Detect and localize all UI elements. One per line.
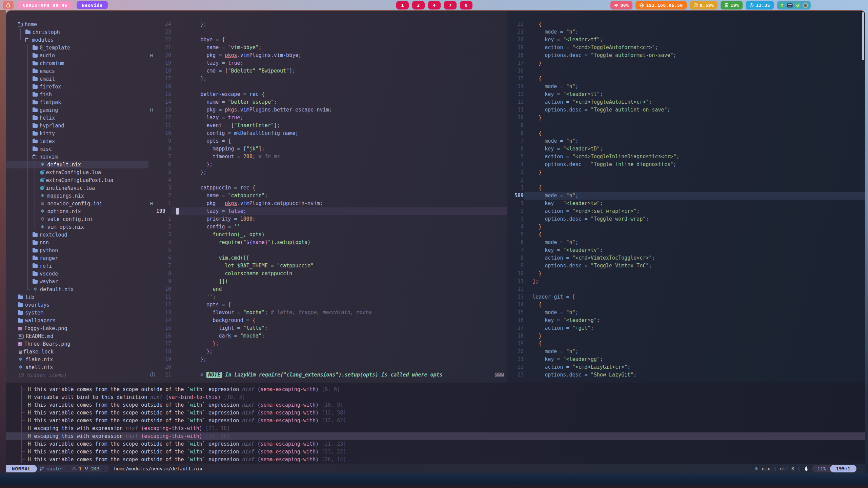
code-line[interactable]: 18 } (507, 332, 865, 340)
code-line[interactable]: 10 } (507, 270, 865, 278)
code-line[interactable]: 1 { (507, 184, 865, 192)
volume-indicator[interactable]: 80% (610, 1, 633, 9)
code-line[interactable]: 3 function(_, opts) (148, 231, 507, 239)
diagnostics-panel[interactable]: ─ H this variable comes from the scope o… (6, 383, 865, 464)
scrollbar-thumb[interactable] (862, 12, 864, 60)
diagnostic-row[interactable]: ─ H variable will bind to this definitio… (6, 393, 865, 401)
diagnostic-row[interactable]: ─ H this variable comes from the scope o… (6, 448, 865, 456)
editor-pane-left[interactable]: 24 };2322 bbye = {21 name = "vim-bbye";H… (148, 11, 507, 383)
diagnostic-row[interactable]: ─ H this variable comes from the scope o… (6, 440, 865, 448)
code-line[interactable]: 7 key = "<leader>tv"; (507, 246, 865, 254)
tree-item-Three-Bears.png[interactable]: Three-Bears.png (6, 340, 148, 348)
code-line[interactable]: 2 config = '' (148, 223, 507, 231)
tree-item-flake.lock[interactable]: flake.lock (6, 348, 148, 355)
code-line[interactable]: 3 } (507, 168, 865, 176)
code-line[interactable]: H20 pkg = pkgs.vimPlugins.vim-bbye; (148, 52, 507, 59)
code-line[interactable]: 6 vim.cmd([[ (148, 254, 507, 262)
tree-item-shell.nix[interactable]: ❄shell.nix (6, 363, 148, 371)
code-line[interactable]: 23 options.desc = "Show LazyGit"; (507, 371, 865, 379)
code-line[interactable]: 2 (507, 176, 865, 184)
tree-item-modules[interactable]: modules (6, 36, 148, 44)
editor-pane-right[interactable]: 22 {21 mode = "n";20 key = "<leader>tf";… (507, 11, 865, 383)
code-line[interactable]: 7 timeout = 200; # In ms (148, 153, 507, 161)
clock-indicator[interactable]: 13:35 (746, 1, 774, 9)
workspace-button-7[interactable]: 7 (444, 1, 457, 9)
tree-item-README.md[interactable]: M↓README.md (6, 332, 148, 340)
code-line[interactable]: 18 cmd = ["Bdelete" "Bwipeout"]; (148, 67, 507, 75)
memory-indicator[interactable]: 19% (721, 1, 743, 9)
tree-item-Foggy-Lake.png[interactable]: Foggy-Lake.png (6, 324, 148, 332)
code-line[interactable]: 9 (507, 122, 865, 129)
active-app-pill[interactable]: Neovide (77, 1, 108, 9)
workspace-button-1[interactable]: 1 (396, 1, 409, 9)
diagnostic-row[interactable]: ─ H this variable comes from the scope o… (6, 401, 865, 409)
code-line-current[interactable]: 199 lazy = false; (148, 207, 507, 215)
diagnostic-row-selected[interactable]: ─ H escaping this with expression nixf (… (6, 432, 865, 440)
code-line[interactable]: H1 pkg = pkgs.vimPlugins.catppuccin-nvim… (148, 200, 507, 207)
code-line[interactable]: 16 dark = "mocha"; (148, 332, 507, 340)
network-indicator[interactable]: 192.168.86.50 (635, 1, 686, 9)
code-line[interactable]: 8 mapping = ["jk"]; (148, 145, 507, 153)
code-line[interactable]: 13 leader-git = [ (507, 293, 865, 301)
code-line[interactable]: 10 } (507, 114, 865, 122)
code-line[interactable]: 13 flavour = "mocha"; # latte, frappe, m… (148, 309, 507, 317)
code-line[interactable]: 6 }; (148, 161, 507, 168)
workspace-button-2[interactable]: 2 (412, 1, 425, 9)
cpu-indicator[interactable]: 0.59% (690, 1, 718, 9)
code-line[interactable]: 15 mode = "n"; (507, 309, 865, 317)
code-line[interactable]: 11 ]; (507, 278, 865, 285)
code-line[interactable]: 24 }; (148, 20, 507, 28)
code-line[interactable]: 22 { (507, 20, 865, 28)
code-line[interactable]: 4 options.desc = "Toggle inline diagnost… (507, 161, 865, 168)
code-line[interactable]: 5 (148, 246, 507, 254)
code-line[interactable]: 18 options.desc = "Toggle autoformat-on-… (507, 52, 865, 59)
key-icon[interactable] (779, 3, 785, 8)
code-line[interactable]: 17 }; (148, 75, 507, 83)
code-line[interactable]: 21 key = "<leader>gg"; (507, 355, 865, 363)
keyboard-icon[interactable] (787, 3, 793, 8)
code-line[interactable]: 10 end (148, 285, 507, 293)
code-line[interactable]: 16 key = "<leader>g"; (507, 317, 865, 324)
workspace-button-4[interactable]: 4 (428, 1, 441, 9)
code-line[interactable]: 17 action = "+git"; (507, 324, 865, 332)
code-line[interactable]: 9 opts = { (148, 137, 507, 145)
code-line[interactable]: 21 mode = "n"; (507, 28, 865, 36)
code-line[interactable]: 20 mode = "n"; (507, 348, 865, 355)
spotify-icon[interactable] (803, 3, 808, 8)
code-line[interactable]: 6 mode = "n"; (507, 239, 865, 246)
code-line[interactable]: 19 action = "<cmd>ToggleAutoformat<cr>"; (507, 44, 865, 52)
code-line[interactable]: 7 let $BAT_THEME = "catppuccin" (148, 262, 507, 270)
code-line[interactable]: 15 light = "latte"; (148, 324, 507, 332)
workspace-clock-pill[interactable]: CHRISTOPH 00:46 (18, 1, 73, 9)
tree-item-lib[interactable]: lib (6, 293, 148, 301)
code-line[interactable]: 17 }; (148, 340, 507, 348)
code-line[interactable]: 15 better-escape = rec { (148, 90, 507, 98)
tree-item-christoph[interactable]: christoph (6, 28, 148, 36)
code-line[interactable]: 4 } (507, 223, 865, 231)
code-line[interactable]: 11 ''; (148, 293, 507, 301)
tree-item-home[interactable]: home (6, 20, 148, 28)
check-icon[interactable] (795, 3, 801, 8)
tree-item-wallpapers[interactable]: wallpapers (6, 317, 148, 324)
code-line[interactable]: 14 mode = "n"; (507, 83, 865, 90)
code-line[interactable]: 19 }; (148, 355, 507, 363)
code-line[interactable]: 4 require("${name}").setup(opts) (148, 239, 507, 246)
code-line[interactable]: 18 }; (148, 348, 507, 355)
code-line[interactable]: 9 options.desc = "Toggle Vimtex ToC"; (507, 262, 865, 270)
code-line[interactable]: 1 key = "<leader>tw"; (507, 200, 865, 207)
code-line[interactable]: 19 lazy = true; (148, 59, 507, 67)
diagnostic-row[interactable]: ─ H this variable comes from the scope o… (6, 456, 865, 464)
code-line[interactable]: 5 }; (148, 168, 507, 176)
code-line[interactable]: 14 name = "better_escape"; (148, 98, 507, 106)
code-line[interactable]: 11 options.desc = "Toggle autolint-on-sa… (507, 106, 865, 114)
code-line[interactable]: 2 name = "catppuccin"; (148, 192, 507, 200)
tree-item-9hiddenitems[interactable]: (9 hidden items) (6, 371, 148, 379)
code-line[interactable]: 14 { (507, 301, 865, 309)
code-line[interactable]: ⓘ21 # NOTE In LazyVim require("clang_ext… (148, 371, 507, 379)
code-line[interactable]: 1 priority = 1000; (148, 215, 507, 223)
diagnostic-row[interactable]: ─ H escaping this with expression nixf (… (6, 425, 865, 432)
code-line[interactable]: H13 pkg = pkgs.vimPlugins.better-escape-… (148, 106, 507, 114)
diagnostic-row[interactable]: ─ H this variable comes from the scope o… (6, 409, 865, 417)
code-line[interactable]: 6 key = "<leader>tD"; (507, 145, 865, 153)
code-line[interactable]: 16 (148, 83, 507, 90)
